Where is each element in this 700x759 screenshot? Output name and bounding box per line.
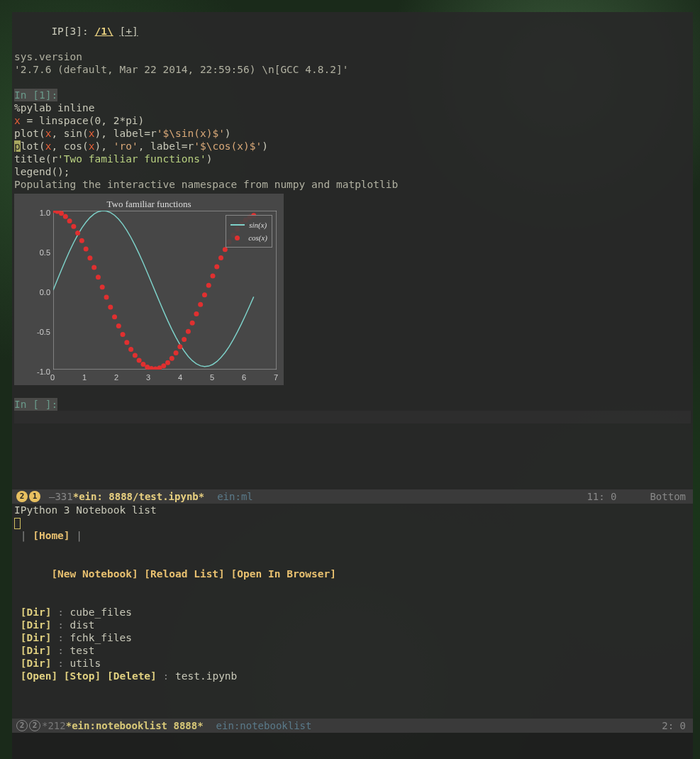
text-cursor: p <box>14 140 21 152</box>
x-tick-label: 6 <box>242 371 246 384</box>
svg-point-37 <box>198 302 203 307</box>
svg-point-5 <box>67 218 72 223</box>
cursor-position: 2: 0 <box>662 720 686 731</box>
y-tick-label: 0.0 <box>29 286 50 299</box>
empty-cell[interactable] <box>14 411 691 423</box>
modeline-star: * <box>42 719 48 732</box>
delete-notebook-button[interactable]: [Delete] <box>107 670 157 682</box>
code-line[interactable]: plot(x, cos(x), 'ro', label=r'$\cos(x)$'… <box>14 140 691 153</box>
dir-button[interactable]: [Dir] <box>21 632 52 643</box>
svg-point-21 <box>133 353 138 358</box>
buffer-name[interactable]: *ein:notebooklist 8888* <box>66 719 204 732</box>
window-indicator[interactable]: 2 <box>29 720 40 731</box>
buffer-name[interactable]: *ein: 8888/test.ipynb* <box>73 490 204 503</box>
in-prompt: In [1]: <box>14 89 57 101</box>
output-line: Populating the interactive namespace fro… <box>14 178 691 191</box>
x-tick-label: 4 <box>178 371 182 384</box>
workspace-indicator[interactable]: 2 <box>16 720 28 731</box>
x-tick-label: 1 <box>82 371 87 384</box>
x-tick-label: 2 <box>114 371 118 384</box>
svg-point-17 <box>116 323 121 328</box>
window-indicator[interactable]: 1 <box>29 491 40 502</box>
legend-entry: sin(x) <box>230 218 267 231</box>
scroll-position: Bottom <box>650 491 686 502</box>
dir-name[interactable]: utils <box>70 658 101 669</box>
dir-button[interactable]: [Dir] <box>21 619 52 631</box>
in-prompt: In [ ]: <box>14 398 57 411</box>
home-link[interactable]: [Home] <box>33 530 70 541</box>
x-tick-label: 3 <box>146 371 150 384</box>
dir-button[interactable]: [Dir] <box>21 606 52 618</box>
y-tick-label: -1.0 <box>29 365 50 378</box>
workspace-indicator[interactable]: 2 <box>16 491 28 502</box>
svg-point-42 <box>218 255 223 260</box>
nblist-actions: [New Notebook] [Reload List] [Open In Br… <box>14 555 691 593</box>
code-line[interactable]: legend(); <box>14 165 691 178</box>
code-line[interactable]: x = linspace(0, 2*pi) <box>14 114 691 127</box>
chart-title: Two familiar functions <box>14 194 284 211</box>
add-cell-button[interactable]: [+] <box>119 26 138 37</box>
legend-entry: cos(x) <box>230 231 267 244</box>
modeline-bottom: 2 2 * 212 *ein:notebooklist 8888* ein:no… <box>12 719 693 733</box>
code-line[interactable]: plot(x, sin(x), label=r'$\sin(x)$') <box>14 127 691 140</box>
svg-point-28 <box>161 363 166 368</box>
svg-point-40 <box>211 273 216 278</box>
svg-point-7 <box>75 231 80 236</box>
list-item: [Open] [Stop] [Delete] : test.ipynb <box>14 670 691 682</box>
dir-name[interactable]: test <box>70 645 95 656</box>
list-item: [Dir] : fchk_files <box>14 631 691 644</box>
svg-point-10 <box>87 255 92 260</box>
svg-point-3 <box>59 211 64 216</box>
svg-point-34 <box>186 329 191 334</box>
svg-point-12 <box>96 275 101 279</box>
ip-label: IP[3]: <box>51 26 88 37</box>
breadcrumb: | [Home] | <box>14 529 691 542</box>
svg-point-22 <box>137 358 142 363</box>
x-tick-label: 5 <box>210 371 214 384</box>
list-item: [Dir] : utils <box>14 657 691 670</box>
new-notebook-button[interactable]: [New Notebook] <box>51 568 138 580</box>
output-line: '2.7.6 (default, Mar 22 2014, 22:59:56) … <box>14 63 691 76</box>
modeline-top: 2 1 — 331 *ein: 8888/test.ipynb* ein:ml … <box>12 489 693 504</box>
dir-name[interactable]: fchk_files <box>70 632 132 643</box>
header-line: IP[3]: /1\ [+] <box>14 12 691 50</box>
svg-point-23 <box>140 362 145 367</box>
output-line: sys.version <box>14 50 691 63</box>
svg-point-19 <box>124 340 129 345</box>
svg-point-32 <box>177 344 182 349</box>
dir-name[interactable]: cube_files <box>70 606 132 618</box>
dir-button[interactable]: [Dir] <box>21 645 52 656</box>
svg-point-35 <box>190 321 195 326</box>
code-line[interactable]: title(r'Two familiar functions') <box>14 153 691 165</box>
modeline-line: 331 <box>55 490 72 503</box>
svg-point-16 <box>112 314 117 319</box>
y-tick-label: -0.5 <box>29 326 50 338</box>
dir-name[interactable]: dist <box>70 619 95 631</box>
code-line[interactable]: %pylab inline <box>14 101 691 114</box>
svg-point-15 <box>108 304 113 309</box>
notebook-filename[interactable]: test.ipynb <box>175 670 237 682</box>
svg-point-11 <box>91 265 96 270</box>
plot-axes: sin(x) cos(x) <box>53 211 277 370</box>
kernel-indicator[interactable]: /1\ <box>95 26 113 37</box>
major-mode: ein:ml <box>217 490 253 503</box>
stop-notebook-button[interactable]: [Stop] <box>64 670 101 682</box>
y-tick-label: 0.5 <box>29 246 50 259</box>
legend-dot-icon <box>235 236 240 240</box>
open-in-browser-button[interactable]: [Open In Browser] <box>231 568 336 580</box>
svg-point-6 <box>71 224 76 229</box>
modeline-dash: — <box>49 490 55 503</box>
open-notebook-button[interactable]: [Open] <box>21 670 57 682</box>
modeline-line: 212 <box>48 719 65 732</box>
svg-point-18 <box>121 332 126 337</box>
svg-point-31 <box>174 350 179 355</box>
svg-point-20 <box>128 347 133 352</box>
echo-area[interactable] <box>12 733 693 759</box>
list-item: [Dir] : test <box>14 644 691 657</box>
svg-point-8 <box>79 238 84 243</box>
svg-point-41 <box>214 264 219 269</box>
list-item: [Dir] : dist <box>14 619 691 631</box>
nblist-title: IPython 3 Notebook list <box>14 504 691 516</box>
dir-button[interactable]: [Dir] <box>21 658 52 669</box>
reload-list-button[interactable]: [Reload List] <box>144 568 225 580</box>
